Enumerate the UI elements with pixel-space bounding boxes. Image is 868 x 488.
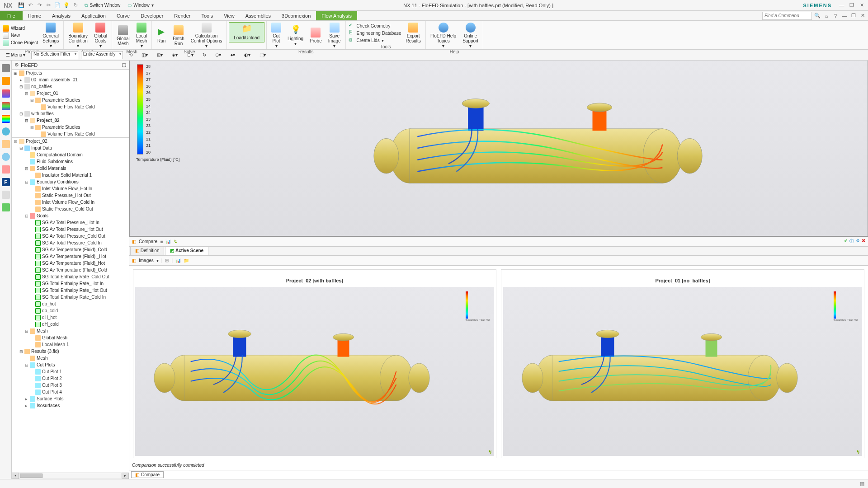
boundary-condition-button[interactable]: Boundary Condition▾ (66, 22, 90, 49)
floefd-icon[interactable]: F (2, 178, 10, 186)
chevron-down-icon[interactable]: ▾ (156, 258, 159, 263)
compare-bottom-tab[interactable]: ◧Compare (131, 471, 164, 478)
flow-analysis-tab[interactable]: Flow Analysis (316, 11, 357, 20)
file-tab[interactable]: File (0, 11, 23, 20)
tree-node-project-02[interactable]: ⊟Project_02 (12, 117, 129, 124)
local-mesh-button[interactable]: Local Mesh▾ (133, 22, 150, 49)
tree-node-vfr-cold-2[interactable]: Volume Flow Rate Cold (12, 131, 129, 137)
save-image-button[interactable]: Save Image▾ (326, 22, 344, 49)
tree-node-parametric-1[interactable]: ⊟Parametric Studies (12, 97, 129, 103)
tree-node-res-mesh[interactable]: Mesh (12, 355, 129, 361)
scroll-right-button[interactable]: ▸ (122, 473, 129, 479)
assembly-navigator-icon[interactable] (2, 89, 10, 98)
tree-node-goal-item[interactable]: SG Av Temperature (Fluid)_Cold (12, 267, 129, 273)
tree-node-goal-item[interactable]: SG Total Enthalpy Rate_Hot Out (12, 287, 129, 294)
connexion-tab[interactable]: 3Dconnexion (276, 11, 316, 20)
layout-icon[interactable]: ⊞ (165, 258, 169, 263)
compare-cell-image[interactable]: Temperature (Fluid) [°C] ↯ (135, 287, 494, 456)
grid-icon[interactable]: ▦ (860, 481, 864, 487)
assemblies-tab[interactable]: Assemblies (240, 11, 276, 20)
mdi-minimize-icon[interactable]: — (841, 12, 848, 19)
tree-node-cut-plot[interactable]: Cut Plot 3 (12, 382, 129, 389)
tree-node-bc-item[interactable]: Inlet Volume Flow_Cold In (12, 199, 129, 206)
clock-icon[interactable] (2, 153, 10, 161)
part-navigator-icon[interactable] (2, 77, 10, 85)
undo-icon[interactable]: ↶ (27, 2, 34, 9)
view-tab[interactable]: View (218, 11, 240, 20)
tree-node-solid-mat[interactable]: ⊟Solid Materials (12, 165, 129, 172)
info-icon[interactable]: ⓘ (849, 238, 854, 244)
tree-node-cut-plot[interactable]: Cut Plot 4 (12, 389, 129, 395)
export-results-button[interactable]: Export Results (403, 22, 424, 44)
play-icon[interactable] (2, 203, 10, 211)
tree-node-bc-item[interactable]: Inlet Volume Flow_Hot In (12, 185, 129, 192)
window-dropdown[interactable]: ▭ Window ▾ (124, 3, 157, 8)
selection-filter-dropdown[interactable]: No Selection Filter (31, 51, 78, 59)
stop-icon[interactable]: ■ (160, 239, 163, 244)
tree-node-bc[interactable]: ⊟Boundary Conditions (12, 178, 129, 185)
tree-node-vfr-cold-1[interactable]: Volume Flow Rate Cold (12, 103, 129, 110)
selection-scope-dropdown[interactable]: Entire Assembly (81, 51, 123, 59)
compare-cell-image[interactable]: Temperature (Fluid) [°C] ↯ (503, 287, 862, 456)
global-mesh-button[interactable]: Global Mesh (114, 24, 132, 47)
toolbar-icon[interactable]: ↻ (199, 52, 209, 58)
mdi-restore-icon[interactable]: ❐ (850, 12, 857, 19)
tools-tab[interactable]: Tools (196, 11, 218, 20)
constraint-navigator-icon[interactable] (2, 102, 10, 110)
cut-icon[interactable]: ✂ (45, 2, 52, 9)
tree-node-bc-item[interactable]: Static Pressure_Hot Out (12, 192, 129, 199)
toolbar-icon[interactable]: ◈▾ (169, 52, 181, 58)
tree-node-goal-item[interactable]: dp_hot (12, 300, 129, 307)
tree-node-no-baffles[interactable]: ⊟no_baffles (12, 83, 129, 90)
close-button[interactable]: ✕ (857, 1, 866, 9)
toolbar-icon[interactable]: 🗋▾ (184, 52, 197, 58)
tree-node-goal-item[interactable]: SG Total Enthalpy Rate_Cold In (12, 294, 129, 300)
tab-active-scene[interactable]: ◩ Active Scene (165, 247, 208, 255)
scroll-left-button[interactable]: ◂ (12, 473, 19, 479)
tree-node-goal-item[interactable]: SG Av Total Pressure_Cold Out (12, 233, 129, 239)
refresh-icon[interactable]: ↯ (488, 449, 492, 455)
tree-node-goal-item[interactable]: SG Av Total Pressure_Hot In (12, 219, 129, 226)
chart-icon[interactable]: 📊 (175, 258, 181, 263)
copy-icon[interactable]: 📄 (54, 2, 61, 9)
viewport-3d[interactable]: 2827272626252424232322212120 Temperature… (129, 61, 868, 236)
calc-control-button[interactable]: Calculation Control Options▾ (188, 22, 225, 49)
clone-project-button[interactable]: Clone Project (3, 40, 38, 46)
tree-node-cut-plot[interactable]: Cut Plot 2 (12, 375, 129, 382)
tree-node-parametric-2[interactable]: ⊟Parametric Studies (12, 124, 129, 131)
tree-node-goals[interactable]: ⊟Goals (12, 212, 129, 219)
browser-icon[interactable] (2, 127, 10, 136)
new-button[interactable]: New (3, 33, 38, 39)
general-settings-button[interactable]: General Settings▾ (40, 22, 61, 49)
chart-icon[interactable]: 📊 (165, 239, 171, 244)
mdi-close-icon[interactable]: ✕ (859, 12, 866, 19)
create-lids-button[interactable]: ◍Create Lids ▾ (349, 37, 401, 43)
tree-node-bc-item[interactable]: Static Pressure_Cold Out (12, 206, 129, 212)
home-tab[interactable]: Home (23, 11, 47, 20)
curve-tab[interactable]: Curve (111, 11, 135, 20)
tree-node-insulator[interactable]: Insulator Solid Material 1 (12, 172, 129, 178)
tree-node-projects[interactable]: ▣Projects (12, 70, 129, 76)
color-palette-icon[interactable] (2, 115, 10, 123)
developer-tab[interactable]: Developer (135, 11, 169, 20)
online-support-button[interactable]: Online Support▾ (460, 22, 481, 49)
tree-node-goal-item[interactable]: SG Av Total Pressure_Hot Out (12, 226, 129, 233)
redo-icon[interactable]: ↷ (36, 2, 43, 9)
load-unload-button[interactable]: 📁Load/Unload (229, 22, 264, 42)
home-icon[interactable]: ⌂ (823, 12, 830, 19)
run-button[interactable]: ▶Run (154, 27, 169, 44)
sim-icon[interactable] (2, 165, 10, 174)
toolbar-icon[interactable]: ◫▾ (138, 52, 151, 58)
cut-plot-button[interactable]: Cut Plot▾ (269, 22, 284, 49)
maximize-panel-icon[interactable]: ▢ (122, 62, 126, 68)
settings-icon[interactable]: ⚙ (856, 238, 860, 244)
refresh-icon[interactable]: ↯ (856, 449, 860, 455)
gear-icon[interactable]: ⚙ (14, 62, 19, 68)
refresh-icon[interactable]: ↯ (174, 239, 177, 244)
tree-node-isosurfaces[interactable]: ▸Isosurfaces (12, 402, 129, 409)
toolbar-icon[interactable]: ⊞▾ (154, 52, 166, 58)
save-icon[interactable]: 💾 (18, 2, 25, 9)
restore-button[interactable]: ❐ (847, 1, 856, 9)
tree-scroll[interactable]: ▣Projects ▸00_main_assembly_01 ⊟no_baffl… (12, 70, 129, 472)
scroll-track[interactable] (19, 473, 121, 479)
